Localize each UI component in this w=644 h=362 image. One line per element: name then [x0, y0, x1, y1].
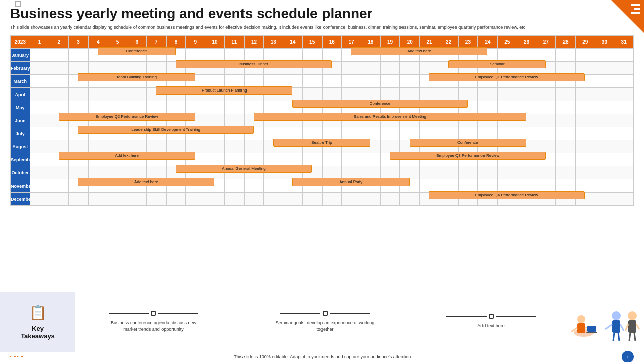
cell-july-25	[497, 127, 517, 140]
day-header-3: 3	[69, 36, 89, 49]
svg-line-12	[618, 333, 619, 341]
cell-december-3	[69, 193, 89, 206]
cell-november-13	[264, 179, 283, 193]
cell-october-22	[439, 166, 458, 179]
cell-january-25	[497, 49, 517, 62]
cell-june-28	[556, 114, 576, 127]
cell-may-17	[342, 101, 361, 114]
day-header-19: 19	[380, 36, 400, 49]
cell-november-15	[302, 179, 322, 193]
cell-may-14	[283, 101, 303, 114]
cell-november-1	[30, 179, 49, 193]
cell-january-23	[458, 49, 478, 62]
day-header-15: 15	[302, 36, 322, 49]
month-cell-january: January	[11, 49, 30, 62]
cell-july-5	[108, 127, 127, 140]
cell-april-21	[420, 88, 439, 101]
cell-november-3	[69, 179, 89, 193]
cell-february-29	[575, 62, 595, 75]
day-header-27: 27	[536, 36, 556, 49]
cell-november-9	[186, 179, 205, 193]
day-header-25: 25	[497, 36, 517, 49]
cell-june-29	[575, 114, 595, 127]
cell-march-5	[108, 75, 127, 88]
svg-line-16	[636, 324, 639, 329]
cell-december-31	[614, 193, 634, 206]
cell-december-14	[283, 193, 303, 206]
cell-november-19	[380, 179, 400, 193]
header: Business yearly meeting and events sched…	[0, 0, 644, 32]
cell-november-5	[108, 179, 127, 193]
svg-rect-8	[612, 320, 620, 333]
cell-february-11	[224, 62, 244, 75]
cell-may-26	[517, 101, 536, 114]
cell-march-14	[283, 75, 303, 88]
cell-march-12	[244, 75, 264, 88]
cell-march-23	[458, 75, 478, 88]
calendar-row-february: February	[11, 62, 634, 75]
svg-point-7	[612, 311, 621, 320]
cell-november-29	[575, 179, 595, 193]
cell-april-20	[400, 88, 420, 101]
cell-september-14	[283, 153, 303, 166]
cell-october-16	[322, 166, 342, 179]
cell-october-15	[302, 166, 322, 179]
calendar-row-july: July	[11, 127, 634, 140]
illustration	[564, 292, 644, 352]
cell-june-10	[205, 114, 225, 127]
cell-july-24	[478, 127, 498, 140]
cell-december-16	[322, 193, 342, 206]
takeaway-text-2: Seminar goals: develop an experience of …	[275, 320, 375, 333]
cell-november-24	[478, 179, 498, 193]
cell-september-11	[224, 153, 244, 166]
cell-may-24	[478, 101, 498, 114]
cell-november-14	[283, 179, 303, 193]
cell-december-20	[400, 193, 420, 206]
cell-april-17	[342, 88, 361, 101]
cell-may-21	[420, 101, 439, 114]
cell-august-3	[69, 140, 89, 153]
key-icon: 📋	[29, 304, 47, 321]
day-header-20: 20	[400, 36, 420, 49]
cell-july-7	[147, 127, 167, 140]
cell-february-26	[517, 62, 536, 75]
cell-november-2	[49, 179, 69, 193]
svg-line-15	[625, 324, 628, 331]
cell-january-26	[517, 49, 536, 62]
cell-april-10	[205, 88, 225, 101]
cell-december-1	[30, 193, 49, 206]
cell-june-2	[49, 114, 69, 127]
cell-august-27	[536, 140, 556, 153]
takeaway-text-3: Add text here	[477, 323, 505, 330]
cell-may-30	[595, 101, 614, 114]
cell-september-2	[49, 153, 69, 166]
cell-october-31	[614, 166, 634, 179]
cell-july-15	[302, 127, 322, 140]
cell-october-5	[108, 166, 127, 179]
calendar-row-november: November	[11, 179, 634, 193]
cell-june-18	[361, 114, 380, 127]
cell-september-9	[186, 153, 205, 166]
blue-circle-button[interactable]: ›	[622, 351, 634, 362]
cell-january-5	[108, 49, 127, 62]
cell-january-7	[147, 49, 167, 62]
cell-may-20	[400, 101, 420, 114]
cell-february-13	[264, 62, 283, 75]
cell-december-29	[575, 193, 595, 206]
cell-july-3	[69, 127, 89, 140]
cell-june-20	[400, 114, 420, 127]
calendar-row-october: October	[11, 166, 634, 179]
day-header-8: 8	[166, 36, 186, 49]
svg-rect-14	[628, 320, 636, 333]
calendar-row-march: March	[11, 75, 634, 88]
cell-august-6	[127, 140, 147, 153]
cell-december-6	[127, 193, 147, 206]
cell-february-3	[69, 62, 89, 75]
cell-april-5	[108, 88, 127, 101]
cell-july-16	[322, 127, 342, 140]
calendar-row-may: May	[11, 101, 634, 114]
cell-november-4	[88, 179, 108, 193]
cell-september-30	[595, 153, 614, 166]
cell-september-31	[614, 153, 634, 166]
cell-november-6	[127, 179, 147, 193]
